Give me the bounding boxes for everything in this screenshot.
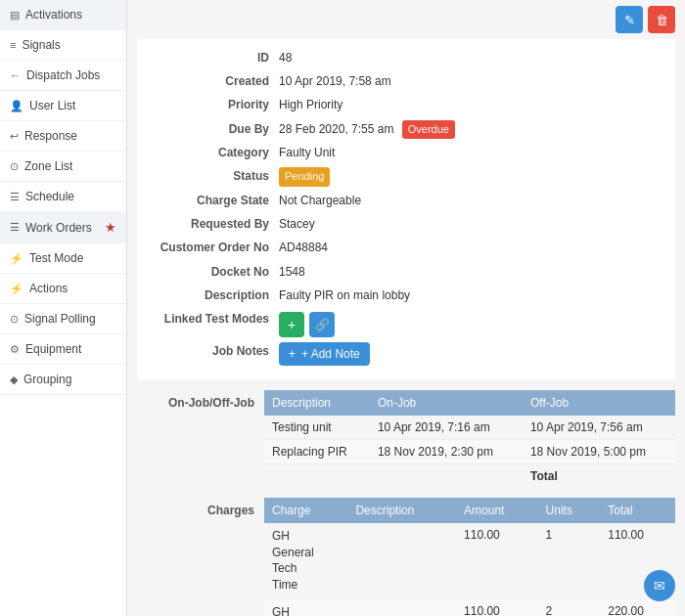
charge-state-row: Charge State Not Chargeable (152, 192, 661, 210)
sidebar-item-signals[interactable]: ≡ Signals (0, 30, 126, 61)
signal-polling-icon: ⊙ (10, 313, 19, 326)
signals-icon: ≡ (10, 39, 16, 51)
table-row: Testing unit 10 Apr 2019, 7:16 am 10 Apr… (264, 416, 675, 440)
add-linked-test-mode-button[interactable]: + (279, 312, 304, 337)
dispatch-icon: ← (10, 69, 21, 81)
description-row: Description Faulty PIR on main lobby (152, 286, 661, 305)
col-units: Units (538, 498, 601, 523)
sidebar: ▤ Activations ≡ Signals ← Dispatch Jobs … (0, 0, 127, 616)
equipment-icon: ⚙ (10, 343, 20, 356)
job-notes-row: Job Notes + + Add Note (152, 342, 661, 366)
table-row: Replacing PIR 18 Nov 2019, 2:30 pm 18 No… (264, 439, 675, 463)
float-action-button[interactable]: ✉ (644, 570, 675, 601)
schedule-icon: ☰ (10, 191, 20, 203)
priority-row: Priority High Priority (152, 96, 661, 114)
col-on-job: On-Job (370, 390, 523, 416)
category-row: Category Faulty Unit (152, 144, 661, 162)
on-off-job-section: On-Job/Off-Job Description On-Job Off-Jo… (137, 390, 675, 488)
col-desc: Description (347, 498, 456, 523)
overdue-badge: Overdue (402, 120, 455, 140)
detail-section: ID 48 Created 10 Apr 2019, 7:58 am Prior… (137, 39, 675, 380)
zone-icon: ⊙ (10, 160, 19, 173)
delete-button[interactable]: 🗑 (648, 6, 675, 33)
add-note-button[interactable]: + + Add Note (279, 342, 370, 366)
top-action-bar: ✎ 🗑 (127, 0, 685, 39)
sidebar-item-user-list[interactable]: 👤 User List (0, 91, 126, 121)
sidebar-item-signal-polling[interactable]: ⊙ Signal Polling (0, 304, 126, 334)
work-orders-star: ★ (105, 220, 116, 235)
due-by-row: Due By 28 Feb 2020, 7:55 am Overdue (152, 120, 661, 140)
response-icon: ↩ (10, 130, 19, 143)
sidebar-item-response[interactable]: ↩ Response (0, 121, 126, 152)
activations-icon: ▤ (10, 9, 20, 22)
grouping-icon: ◆ (10, 374, 18, 386)
add-note-icon: + (289, 347, 296, 361)
on-off-job-table: Description On-Job Off-Job Testing unit … (264, 390, 675, 488)
main-content: ✎ 🗑 ID 48 Created 10 Apr 2019, 7:58 am P… (127, 0, 685, 616)
sidebar-item-actions[interactable]: ⚡ Actions (0, 274, 126, 304)
edit-button[interactable]: ✎ (616, 6, 643, 33)
sidebar-item-test-mode[interactable]: ⚡ Test Mode (0, 243, 126, 274)
col-total: Total (600, 498, 675, 523)
charges-table: Charge Description Amount Units Total GH… (264, 498, 675, 616)
sidebar-item-activations[interactable]: ▤ Activations (0, 0, 126, 30)
actions-icon: ⚡ (10, 283, 23, 295)
sidebar-item-dispatch-jobs[interactable]: ← Dispatch Jobs (0, 61, 126, 91)
id-row: ID 48 (152, 49, 661, 67)
col-off-job: Off-Job (523, 390, 675, 416)
created-row: Created 10 Apr 2019, 7:58 am (152, 72, 661, 91)
sidebar-item-equipment[interactable]: ⚙ Equipment (0, 334, 126, 365)
testmode-icon: ⚡ (10, 252, 23, 265)
requested-by-row: Requested By Stacey (152, 215, 661, 234)
status-row: Status Pending (152, 167, 661, 187)
table-row: GHGeneralTechTime 110.00 2 220.00 (264, 599, 675, 616)
linked-test-modes-buttons: + 🔗 (279, 312, 661, 337)
link-test-mode-button[interactable]: 🔗 (309, 312, 335, 337)
on-off-job-total-row: Total (264, 463, 675, 488)
customer-order-row: Customer Order No AD48884 (152, 239, 661, 257)
workorders-icon: ☰ (10, 221, 20, 234)
col-charge: Charge (264, 498, 347, 523)
status-badge: Pending (279, 167, 330, 187)
col-amount: Amount (456, 498, 537, 523)
docket-row: Docket No 1548 (152, 263, 661, 282)
sidebar-item-grouping[interactable]: ◆ Grouping (0, 365, 126, 395)
charges-section: Charges Charge Description Amount Units … (137, 498, 675, 616)
linked-test-modes-row: Linked Test Modes + 🔗 (152, 310, 661, 337)
sidebar-item-work-orders[interactable]: ☰ Work Orders ★ (0, 212, 126, 243)
user-icon: 👤 (10, 100, 23, 112)
col-description: Description (264, 390, 370, 416)
sidebar-item-schedule[interactable]: ☰ Schedule (0, 182, 126, 212)
table-row: GHGeneralTechTime 110.00 1 110.00 (264, 523, 675, 599)
sidebar-item-zone-list[interactable]: ⊙ Zone List (0, 152, 126, 182)
